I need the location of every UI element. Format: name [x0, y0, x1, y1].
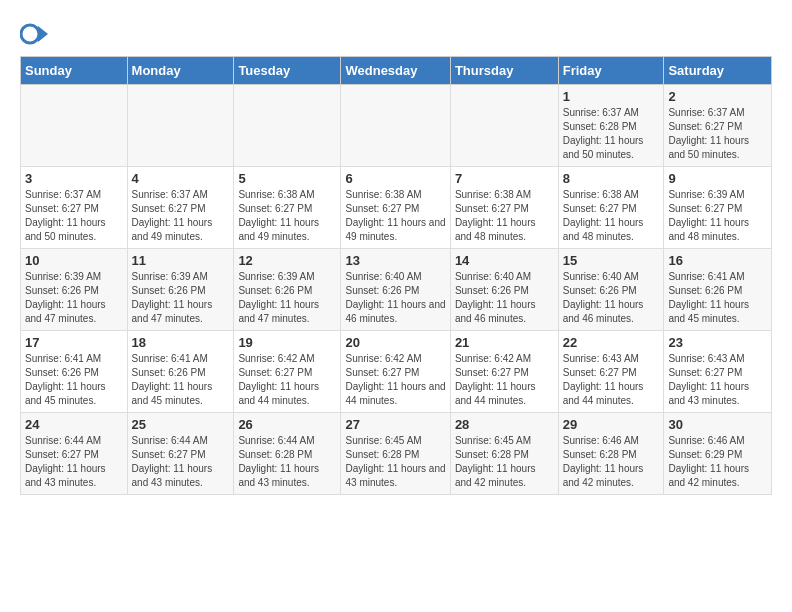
- calendar-cell: 22Sunrise: 6:43 AM Sunset: 6:27 PM Dayli…: [558, 331, 664, 413]
- calendar-cell: 8Sunrise: 6:38 AM Sunset: 6:27 PM Daylig…: [558, 167, 664, 249]
- calendar-cell: 23Sunrise: 6:43 AM Sunset: 6:27 PM Dayli…: [664, 331, 772, 413]
- calendar-cell: 10Sunrise: 6:39 AM Sunset: 6:26 PM Dayli…: [21, 249, 128, 331]
- day-number: 21: [455, 335, 554, 350]
- calendar-week-4: 17Sunrise: 6:41 AM Sunset: 6:26 PM Dayli…: [21, 331, 772, 413]
- day-info: Sunrise: 6:42 AM Sunset: 6:27 PM Dayligh…: [238, 352, 336, 408]
- day-number: 15: [563, 253, 660, 268]
- day-info: Sunrise: 6:38 AM Sunset: 6:27 PM Dayligh…: [238, 188, 336, 244]
- day-info: Sunrise: 6:46 AM Sunset: 6:29 PM Dayligh…: [668, 434, 767, 490]
- day-number: 9: [668, 171, 767, 186]
- day-number: 30: [668, 417, 767, 432]
- calendar-cell: 9Sunrise: 6:39 AM Sunset: 6:27 PM Daylig…: [664, 167, 772, 249]
- calendar-header: SundayMondayTuesdayWednesdayThursdayFrid…: [21, 57, 772, 85]
- calendar-week-3: 10Sunrise: 6:39 AM Sunset: 6:26 PM Dayli…: [21, 249, 772, 331]
- day-number: 14: [455, 253, 554, 268]
- day-number: 5: [238, 171, 336, 186]
- calendar-cell: 17Sunrise: 6:41 AM Sunset: 6:26 PM Dayli…: [21, 331, 128, 413]
- calendar-cell: 6Sunrise: 6:38 AM Sunset: 6:27 PM Daylig…: [341, 167, 450, 249]
- day-number: 17: [25, 335, 123, 350]
- header-row: [20, 20, 772, 48]
- day-info: Sunrise: 6:37 AM Sunset: 6:27 PM Dayligh…: [132, 188, 230, 244]
- calendar-cell: [21, 85, 128, 167]
- calendar-cell: [341, 85, 450, 167]
- calendar-cell: 27Sunrise: 6:45 AM Sunset: 6:28 PM Dayli…: [341, 413, 450, 495]
- calendar-table: SundayMondayTuesdayWednesdayThursdayFrid…: [20, 56, 772, 495]
- header-day-tuesday: Tuesday: [234, 57, 341, 85]
- day-info: Sunrise: 6:38 AM Sunset: 6:27 PM Dayligh…: [345, 188, 445, 244]
- calendar-week-1: 1Sunrise: 6:37 AM Sunset: 6:28 PM Daylig…: [21, 85, 772, 167]
- day-number: 6: [345, 171, 445, 186]
- calendar-cell: 30Sunrise: 6:46 AM Sunset: 6:29 PM Dayli…: [664, 413, 772, 495]
- day-info: Sunrise: 6:37 AM Sunset: 6:27 PM Dayligh…: [25, 188, 123, 244]
- day-info: Sunrise: 6:40 AM Sunset: 6:26 PM Dayligh…: [455, 270, 554, 326]
- logo-icon: [20, 20, 48, 48]
- calendar-cell: 19Sunrise: 6:42 AM Sunset: 6:27 PM Dayli…: [234, 331, 341, 413]
- calendar-cell: 20Sunrise: 6:42 AM Sunset: 6:27 PM Dayli…: [341, 331, 450, 413]
- day-number: 4: [132, 171, 230, 186]
- day-number: 28: [455, 417, 554, 432]
- calendar-cell: 24Sunrise: 6:44 AM Sunset: 6:27 PM Dayli…: [21, 413, 128, 495]
- day-info: Sunrise: 6:41 AM Sunset: 6:26 PM Dayligh…: [25, 352, 123, 408]
- svg-marker-1: [38, 26, 48, 42]
- day-number: 24: [25, 417, 123, 432]
- calendar-cell: 25Sunrise: 6:44 AM Sunset: 6:27 PM Dayli…: [127, 413, 234, 495]
- day-number: 13: [345, 253, 445, 268]
- calendar-cell: 16Sunrise: 6:41 AM Sunset: 6:26 PM Dayli…: [664, 249, 772, 331]
- day-number: 16: [668, 253, 767, 268]
- day-number: 2: [668, 89, 767, 104]
- calendar-cell: 26Sunrise: 6:44 AM Sunset: 6:28 PM Dayli…: [234, 413, 341, 495]
- day-number: 26: [238, 417, 336, 432]
- calendar-cell: [450, 85, 558, 167]
- day-info: Sunrise: 6:41 AM Sunset: 6:26 PM Dayligh…: [132, 352, 230, 408]
- calendar-cell: 29Sunrise: 6:46 AM Sunset: 6:28 PM Dayli…: [558, 413, 664, 495]
- day-number: 1: [563, 89, 660, 104]
- day-info: Sunrise: 6:39 AM Sunset: 6:26 PM Dayligh…: [132, 270, 230, 326]
- calendar-cell: [127, 85, 234, 167]
- calendar-cell: 13Sunrise: 6:40 AM Sunset: 6:26 PM Dayli…: [341, 249, 450, 331]
- day-number: 23: [668, 335, 767, 350]
- day-info: Sunrise: 6:45 AM Sunset: 6:28 PM Dayligh…: [345, 434, 445, 490]
- day-info: Sunrise: 6:39 AM Sunset: 6:26 PM Dayligh…: [25, 270, 123, 326]
- day-info: Sunrise: 6:43 AM Sunset: 6:27 PM Dayligh…: [563, 352, 660, 408]
- header-day-thursday: Thursday: [450, 57, 558, 85]
- day-info: Sunrise: 6:45 AM Sunset: 6:28 PM Dayligh…: [455, 434, 554, 490]
- day-info: Sunrise: 6:44 AM Sunset: 6:27 PM Dayligh…: [25, 434, 123, 490]
- day-number: 20: [345, 335, 445, 350]
- day-info: Sunrise: 6:39 AM Sunset: 6:27 PM Dayligh…: [668, 188, 767, 244]
- page-container: SundayMondayTuesdayWednesdayThursdayFrid…: [0, 0, 792, 505]
- day-number: 12: [238, 253, 336, 268]
- header-day-sunday: Sunday: [21, 57, 128, 85]
- day-number: 22: [563, 335, 660, 350]
- day-info: Sunrise: 6:42 AM Sunset: 6:27 PM Dayligh…: [455, 352, 554, 408]
- calendar-cell: 3Sunrise: 6:37 AM Sunset: 6:27 PM Daylig…: [21, 167, 128, 249]
- calendar-cell: 2Sunrise: 6:37 AM Sunset: 6:27 PM Daylig…: [664, 85, 772, 167]
- calendar-cell: 4Sunrise: 6:37 AM Sunset: 6:27 PM Daylig…: [127, 167, 234, 249]
- day-info: Sunrise: 6:39 AM Sunset: 6:26 PM Dayligh…: [238, 270, 336, 326]
- day-info: Sunrise: 6:43 AM Sunset: 6:27 PM Dayligh…: [668, 352, 767, 408]
- day-number: 3: [25, 171, 123, 186]
- calendar-cell: 1Sunrise: 6:37 AM Sunset: 6:28 PM Daylig…: [558, 85, 664, 167]
- header-day-wednesday: Wednesday: [341, 57, 450, 85]
- header-row-days: SundayMondayTuesdayWednesdayThursdayFrid…: [21, 57, 772, 85]
- day-info: Sunrise: 6:44 AM Sunset: 6:28 PM Dayligh…: [238, 434, 336, 490]
- calendar-cell: 11Sunrise: 6:39 AM Sunset: 6:26 PM Dayli…: [127, 249, 234, 331]
- header-day-friday: Friday: [558, 57, 664, 85]
- calendar-week-2: 3Sunrise: 6:37 AM Sunset: 6:27 PM Daylig…: [21, 167, 772, 249]
- calendar-cell: [234, 85, 341, 167]
- day-number: 8: [563, 171, 660, 186]
- day-info: Sunrise: 6:37 AM Sunset: 6:27 PM Dayligh…: [668, 106, 767, 162]
- day-info: Sunrise: 6:38 AM Sunset: 6:27 PM Dayligh…: [455, 188, 554, 244]
- day-number: 25: [132, 417, 230, 432]
- day-number: 19: [238, 335, 336, 350]
- day-info: Sunrise: 6:41 AM Sunset: 6:26 PM Dayligh…: [668, 270, 767, 326]
- day-number: 10: [25, 253, 123, 268]
- calendar-cell: 14Sunrise: 6:40 AM Sunset: 6:26 PM Dayli…: [450, 249, 558, 331]
- calendar-cell: 18Sunrise: 6:41 AM Sunset: 6:26 PM Dayli…: [127, 331, 234, 413]
- header-day-saturday: Saturday: [664, 57, 772, 85]
- calendar-cell: 21Sunrise: 6:42 AM Sunset: 6:27 PM Dayli…: [450, 331, 558, 413]
- day-number: 7: [455, 171, 554, 186]
- logo: [20, 20, 52, 48]
- day-info: Sunrise: 6:40 AM Sunset: 6:26 PM Dayligh…: [563, 270, 660, 326]
- day-info: Sunrise: 6:38 AM Sunset: 6:27 PM Dayligh…: [563, 188, 660, 244]
- calendar-cell: 5Sunrise: 6:38 AM Sunset: 6:27 PM Daylig…: [234, 167, 341, 249]
